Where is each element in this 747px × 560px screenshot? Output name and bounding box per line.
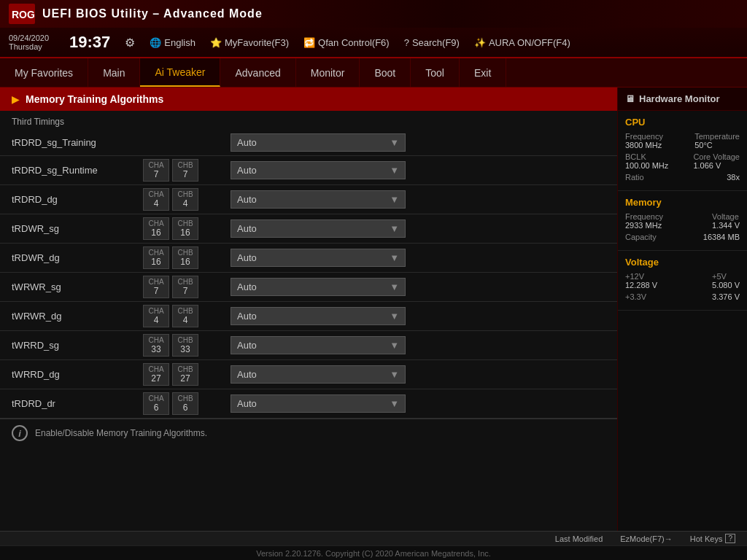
- nav-monitor-label: Monitor: [311, 67, 345, 79]
- setting-dropdown[interactable]: Auto▼: [231, 161, 406, 179]
- channel-values: CHA 6 CHB 6: [143, 392, 231, 415]
- day-text: Thursday: [9, 42, 49, 51]
- hw-voltage-pair: +12V12.288 V+5V5.080 V: [625, 272, 740, 289]
- nav-main[interactable]: Main: [88, 58, 140, 87]
- setting-dropdown[interactable]: Auto▼: [231, 365, 406, 384]
- hw-row-pair: Frequency2933 MHzVoltage1.344 V: [625, 212, 740, 230]
- chb-box: CHB 6: [172, 392, 198, 415]
- hw-row: Ratio 38x: [625, 173, 740, 182]
- hw-label: +3.3V: [625, 292, 646, 301]
- chb-box: CHB 16: [172, 217, 198, 240]
- setting-dropdown[interactable]: Auto▼: [231, 190, 406, 209]
- hotkeys-label: Hot Keys: [690, 534, 723, 543]
- third-timings-label: Third Timings: [0, 111, 617, 130]
- toolbar: 09/24/2020 Thursday 19:37 ⚙ 🌐 English ⭐ …: [0, 28, 747, 57]
- settings-container: tRDRD_sg_TrainingAuto▼tRDRD_sg_Runtime C…: [0, 130, 617, 419]
- setting-dropdown[interactable]: Auto▼: [231, 249, 406, 267]
- setting-name: tRDRD_sg_Training: [12, 137, 143, 148]
- info-bar: i Enable/Disable Memory Training Algorit…: [0, 419, 617, 447]
- language-label: English: [164, 37, 196, 48]
- setting-name: tRDWR_sg: [12, 223, 143, 234]
- setting-name: tRDRD_dr: [12, 398, 143, 409]
- setting-dropdown[interactable]: Auto▼: [231, 307, 406, 325]
- hotkeys-button[interactable]: Hot Keys ?: [690, 534, 735, 543]
- chb-box: CHB 16: [172, 246, 198, 269]
- nav-monitor[interactable]: Monitor: [296, 58, 360, 87]
- hw-monitor-title: 🖥 Hardware Monitor: [618, 88, 747, 111]
- setting-row: tWRRD_sg CHA 33 CHB 33 Auto▼: [0, 331, 617, 360]
- hw-section: CPUFrequency3800 MHzTemperature50°CBCLK1…: [618, 111, 747, 191]
- setting-name: tWRWR_sg: [12, 281, 143, 292]
- setting-dropdown[interactable]: Auto▼: [231, 394, 406, 413]
- setting-dropdown[interactable]: Auto▼: [231, 133, 406, 152]
- date-text: 09/24/2020: [9, 34, 49, 42]
- qfan-button[interactable]: 🔁 Qfan Control(F6): [303, 37, 390, 48]
- chb-box: CHB 7: [172, 276, 198, 298]
- setting-name: tRDWR_dg: [12, 252, 143, 263]
- cha-box: CHA 16: [143, 246, 169, 269]
- qfan-icon: 🔁: [303, 37, 315, 48]
- section-header: ▶ Memory Training Algorithms: [0, 88, 617, 111]
- ezmode-button[interactable]: EzMode(F7)→: [620, 534, 673, 543]
- hw-metric: Voltage1.344 V: [712, 212, 740, 230]
- hotkeys-icon: ?: [725, 534, 735, 543]
- cha-box: CHA 4: [143, 188, 169, 211]
- nav-tool[interactable]: Tool: [411, 58, 460, 87]
- header: ROG UEFI BIOS Utility – Advanced Mode 09…: [0, 0, 747, 58]
- monitor-icon: 🖥: [625, 93, 635, 104]
- setting-dropdown[interactable]: Auto▼: [231, 219, 406, 238]
- hw-metric: Core Voltage1.066 V: [693, 152, 740, 170]
- setting-row: tWRWR_sg CHA 7 CHB 7 Auto▼: [0, 273, 617, 302]
- channel-values: CHA 33 CHB 33: [143, 334, 231, 357]
- nav-exit[interactable]: Exit: [460, 58, 506, 87]
- nav-aitweaker[interactable]: Ai Tweaker: [140, 58, 220, 87]
- language-selector[interactable]: 🌐 English: [150, 37, 196, 48]
- search-label: Search(F9): [412, 37, 460, 48]
- footer: Last Modified EzMode(F7)→ Hot Keys ? Ver…: [0, 531, 747, 560]
- last-modified-button[interactable]: Last Modified: [555, 534, 603, 543]
- hw-sections-container: CPUFrequency3800 MHzTemperature50°CBCLK1…: [618, 111, 747, 311]
- navigation: My Favorites Main Ai Tweaker Advanced Mo…: [0, 58, 747, 88]
- hw-section-title: CPU: [625, 117, 740, 128]
- title-bar: ROG UEFI BIOS Utility – Advanced Mode: [0, 0, 747, 28]
- chb-box: CHB 33: [172, 334, 198, 357]
- section-title: Memory Training Algorithms: [26, 93, 163, 105]
- cha-box: CHA 16: [143, 217, 169, 240]
- aura-icon: ✨: [474, 37, 486, 48]
- search-button[interactable]: ? Search(F9): [404, 37, 460, 48]
- channel-values: CHA 4 CHB 4: [143, 188, 231, 211]
- version-text: Version 2.20.1276. Copyright (C) 2020 Am…: [256, 549, 491, 558]
- nav-boot-label: Boot: [374, 67, 395, 79]
- settings-icon[interactable]: ⚙: [125, 36, 135, 50]
- nav-advanced-label: Advanced: [235, 67, 280, 79]
- aura-button[interactable]: ✨ AURA ON/OFF(F4): [474, 37, 570, 48]
- favorite-icon: ⭐: [210, 37, 222, 48]
- nav-advanced[interactable]: Advanced: [220, 58, 295, 87]
- channel-values: CHA 4 CHB 4: [143, 305, 231, 327]
- myfavorite-button[interactable]: ⭐ MyFavorite(F3): [210, 37, 289, 48]
- setting-dropdown[interactable]: Auto▼: [231, 278, 406, 296]
- hw-value: 16384 MB: [703, 233, 740, 241]
- nav-myfavorites[interactable]: My Favorites: [0, 58, 88, 87]
- chb-box: CHB 4: [172, 188, 198, 211]
- cha-box: CHA 6: [143, 392, 169, 415]
- hw-label: Ratio: [625, 173, 644, 182]
- nav-boot[interactable]: Boot: [360, 58, 411, 87]
- hw-metric: Temperature50°C: [694, 132, 740, 149]
- setting-name: tWRWR_dg: [12, 311, 143, 322]
- nav-tool-label: Tool: [425, 67, 444, 79]
- search-icon: ?: [404, 37, 409, 48]
- hardware-monitor-panel: 🖥 Hardware Monitor CPUFrequency3800 MHzT…: [617, 88, 747, 531]
- date-display: 09/24/2020 Thursday: [9, 34, 49, 51]
- hw-section-title: Memory: [625, 197, 740, 208]
- channel-values: CHA 16 CHB 16: [143, 217, 231, 240]
- setting-row: tRDRD_dr CHA 6 CHB 6 Auto▼: [0, 389, 617, 419]
- hw-row-pair: Frequency3800 MHzTemperature50°C: [625, 132, 740, 149]
- setting-name: tRDRD_dg: [12, 194, 143, 205]
- content-area[interactable]: ▶ Memory Training Algorithms Third Timin…: [0, 88, 617, 531]
- hw-value: 38x: [727, 173, 740, 182]
- expand-arrow-icon[interactable]: ▶: [12, 93, 20, 105]
- hw-row: Capacity 16384 MB: [625, 233, 740, 241]
- language-icon: 🌐: [150, 37, 161, 48]
- setting-dropdown[interactable]: Auto▼: [231, 336, 406, 354]
